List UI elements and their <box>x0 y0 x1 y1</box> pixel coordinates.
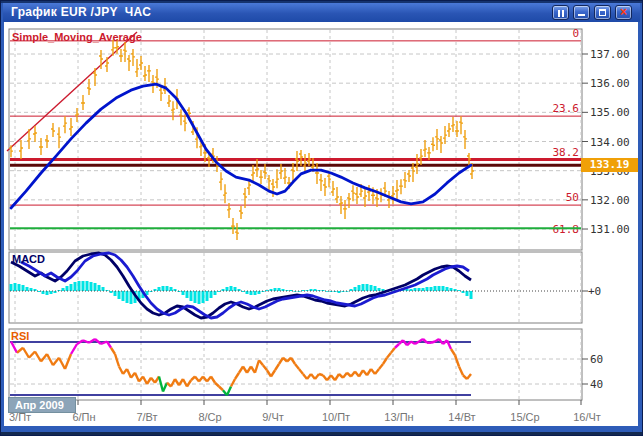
close-button[interactable]: × <box>615 5 632 20</box>
chart-client-area[interactable] <box>4 22 638 426</box>
pause-icon <box>553 6 568 19</box>
month-label: Апр 2009 <box>8 397 76 413</box>
macd-legend: MACD <box>12 253 45 265</box>
maximize-button[interactable] <box>594 5 611 20</box>
minimize-button[interactable] <box>573 5 590 20</box>
chart-window: График EUR /JPY ЧАС × 3/Пт6/Пн7/Вт8/Ср9/… <box>0 0 643 436</box>
rsi-legend: RSI <box>11 330 29 342</box>
window-controls: × <box>552 5 632 20</box>
current-price-badge: 133.19 <box>581 158 638 172</box>
maximize-icon <box>595 6 610 19</box>
sma-legend: Simple_Moving_Average <box>12 31 142 43</box>
window-title: График EUR /JPY ЧАС <box>11 5 151 19</box>
minimize-icon <box>574 6 589 19</box>
pause-button[interactable] <box>552 5 569 20</box>
title-bar[interactable]: График EUR /JPY ЧАС × <box>3 3 640 22</box>
close-icon: × <box>616 6 631 19</box>
